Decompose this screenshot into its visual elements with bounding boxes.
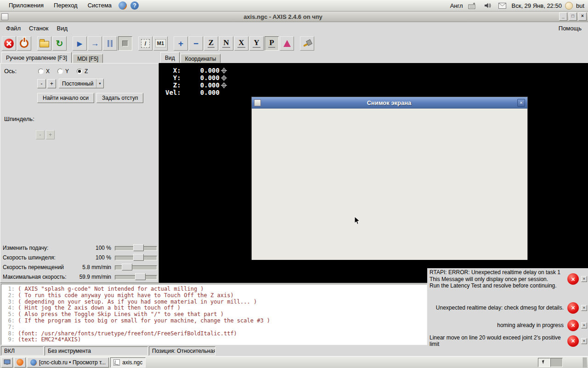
view-top-z-button[interactable]: Z [204,36,218,51]
gcode-line[interactable]: 4: ( Hint jog the Z axis down a bit then… [1,305,427,311]
homed-icon [221,75,227,81]
view-rotated-top-button[interactable]: N [219,36,233,51]
axis-radio[interactable]: Z [77,68,88,75]
show-desktop-button[interactable] [1,357,13,368]
error-notification: Unexpected realtime delay: check dmesg f… [430,302,587,314]
machine-power-button[interactable] [17,36,31,51]
dismiss-error-button[interactable]: × [581,322,587,328]
slider-thumb[interactable] [122,264,132,270]
panel-clock[interactable]: Вск, 29 Янв, 22:50 [512,2,562,9]
window-titlebar[interactable]: axis.ngc - AXIS 2.4.6 on чпу _ □ × [0,12,588,22]
zoom-out-button[interactable]: − [189,36,203,51]
menu-item[interactable]: Вид [53,23,72,34]
stop-button[interactable] [118,36,132,51]
taskbar-app-launcher[interactable] [14,357,26,368]
touch-off-button[interactable]: Задать отступ [96,93,143,103]
gcode-line[interactable]: 3: ( depending on your setup. As if you … [1,299,427,305]
view-side-x-button[interactable]: X [234,36,249,51]
taskbar-window-button[interactable]: axis.ngc [110,357,146,368]
slider-thumb[interactable] [135,273,146,280]
skip-lines-icon: / [141,39,150,48]
gcode-line[interactable]: 9: (text: EMC2*4*AXIS) [1,337,427,343]
dialog-body [252,108,527,260]
spindle-minus-button[interactable]: - [36,130,45,139]
control-tab[interactable]: MDI [F5] [73,54,103,63]
minimize-button[interactable]: _ [559,12,567,21]
axis-radio[interactable]: Y [57,68,69,75]
homed-icon [221,68,227,74]
dismiss-error-button[interactable]: × [581,338,587,344]
view-letter-icon: Z [208,39,215,48]
gcode-line[interactable]: 6: ( If the program is too big or small … [1,318,427,324]
gcode-line[interactable]: 7: [1,324,427,331]
clear-plot-button[interactable] [300,36,314,51]
override-sliders: Изменить подачу: 100 % Скорость шпинделя… [1,243,157,282]
preview-tab[interactable]: Координаты [181,54,221,63]
estop-button[interactable] [2,36,16,51]
mail-icon[interactable] [498,0,508,11]
slider-value: 59.9 mm/min [79,274,115,280]
view-front-y-button[interactable]: Y [249,36,264,51]
jog-plus-button[interactable]: + [47,79,56,88]
open-file-button[interactable] [37,36,51,51]
workspace-switcher[interactable] [538,358,563,367]
gcode-line[interactable]: 2: ( To run this code anyway you might h… [1,293,427,299]
gcode-line[interactable]: 5: ( Also press the Toggle Skip Lines wi… [1,311,427,318]
dialog-icon [254,99,261,106]
slider-row: Изменить подачу: 100 % [1,243,157,253]
panel-menu-item[interactable]: Переход [49,0,83,11]
volume-icon[interactable] [482,0,492,11]
jog-increment-dropdown[interactable]: Постоянный ▼ [59,79,104,88]
workspace-1[interactable] [538,358,550,367]
close-button[interactable]: × [578,12,587,21]
workspace-2[interactable] [550,358,563,367]
home-axis-button[interactable]: Найти начало оси [37,93,94,103]
panel-menu-item[interactable]: Приложения [4,0,49,11]
user-avatar[interactable] [565,2,573,10]
window-button-icon [113,359,120,366]
menu-item[interactable]: Файл [2,23,25,34]
open-folder-icon [40,41,49,47]
reload-icon: ↻ [56,39,63,48]
menu-item[interactable]: Станок [25,23,53,34]
slider-thumb[interactable] [133,254,144,261]
slider[interactable] [115,253,157,261]
maximize-button[interactable]: □ [569,12,577,21]
keyboard-layout-indicator[interactable]: Англ [450,2,463,9]
menu-help[interactable]: Помощь [554,23,586,34]
taskbar-window-button[interactable]: [cnc-club.ru • Просмотр т... [27,357,109,368]
reload-file-button[interactable]: ↻ [52,36,67,51]
spindle-plus-button[interactable]: + [46,130,55,139]
slider[interactable] [115,244,157,252]
slider[interactable] [115,273,157,281]
toggle-skip-lines-button[interactable]: / [138,36,153,51]
gcode-listing[interactable]: 1: ( AXIS "splash g-code" Not intended f… [1,284,427,345]
pause-button[interactable] [103,36,117,51]
keyboard-switcher-icon[interactable] [467,0,477,11]
firefox-launcher[interactable] [118,0,128,11]
control-tab[interactable]: Ручное управление [F3] [1,52,72,63]
dialog-titlebar[interactable]: Снимок экрана × [252,97,527,108]
dismiss-error-button[interactable]: × [581,276,587,282]
dismiss-error-button[interactable]: × [581,305,587,311]
preview-tab[interactable]: Вид [160,52,180,63]
user-name[interactable]: but [576,2,584,9]
slider-thumb[interactable] [133,244,144,251]
run-program-button[interactable]: ▶ [73,36,87,51]
zoom-in-button[interactable]: + [174,36,188,51]
toggle-optional-pause-button[interactable]: M1 [153,36,168,51]
slider[interactable] [115,263,157,271]
rotate-view-button[interactable] [280,36,294,51]
gcode-line[interactable]: 1: ( AXIS "splash g-code" Not intended f… [1,286,427,293]
help-launcher[interactable]: ? [130,0,140,11]
dro-row: Vel: 0.000 [165,89,227,96]
jog-minus-button[interactable]: - [37,79,46,88]
dialog-close-button[interactable]: × [517,99,525,107]
panel-handle[interactable] [582,357,587,368]
view-perspective-p-button[interactable]: P [265,36,279,51]
help-icon: ? [130,1,139,10]
gcode-line[interactable]: 8: (font: /usr/share/fonts/truetype/free… [1,331,427,337]
axis-radio[interactable]: X [38,68,50,75]
run-from-line-button[interactable]: → [88,36,102,51]
panel-menu-item[interactable]: Система [83,0,117,11]
